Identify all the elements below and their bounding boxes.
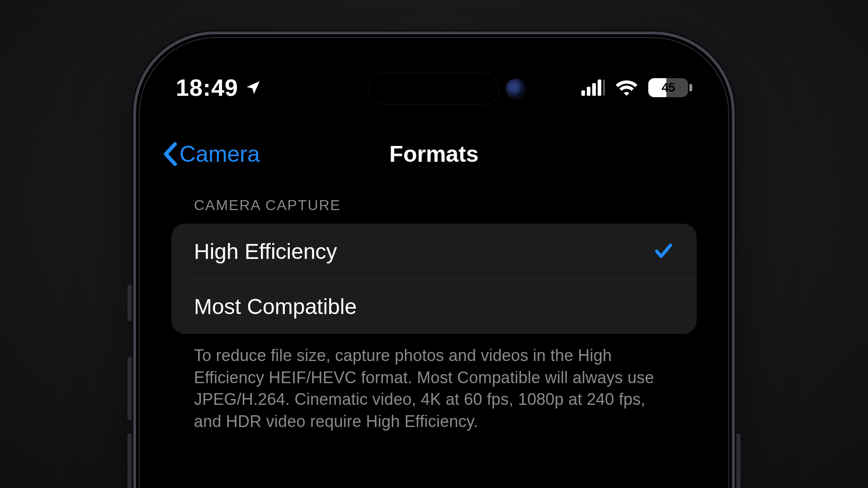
svg-rect-0	[581, 90, 585, 96]
chevron-left-icon	[162, 142, 178, 166]
option-label: Most Compatible	[194, 294, 357, 319]
option-high-efficiency[interactable]: High Efficiency	[171, 224, 697, 279]
battery-percent: 45	[661, 80, 675, 95]
option-most-compatible[interactable]: Most Compatible	[194, 279, 697, 334]
section-footer: To reduce file size, capture photos and …	[171, 334, 697, 432]
status-time: 18:49	[176, 74, 238, 101]
wifi-icon	[616, 80, 637, 96]
option-label: High Efficiency	[194, 239, 337, 264]
mute-switch[interactable]	[127, 285, 133, 321]
volume-down[interactable]	[127, 434, 133, 488]
nav-bar: Camera Formats	[136, 134, 732, 174]
status-bar: 18:49	[136, 68, 732, 107]
section-header: CAMERA CAPTURE	[171, 197, 697, 224]
iphone-frame: 18:49	[133, 32, 735, 488]
battery-indicator: 45	[648, 78, 692, 97]
svg-rect-2	[592, 83, 596, 96]
location-arrow-icon	[245, 79, 262, 96]
page-title: Formats	[389, 141, 478, 167]
svg-rect-1	[587, 87, 590, 96]
svg-rect-4	[603, 80, 605, 96]
svg-rect-3	[598, 80, 601, 96]
camera-capture-group: High Efficiency Most Compatible	[171, 224, 697, 334]
back-button[interactable]: Camera	[162, 141, 260, 167]
back-label: Camera	[179, 141, 260, 167]
cellular-signal-icon	[581, 80, 605, 96]
power-button[interactable]	[735, 434, 741, 488]
checkmark-icon	[653, 241, 674, 262]
volume-up[interactable]	[127, 357, 133, 420]
